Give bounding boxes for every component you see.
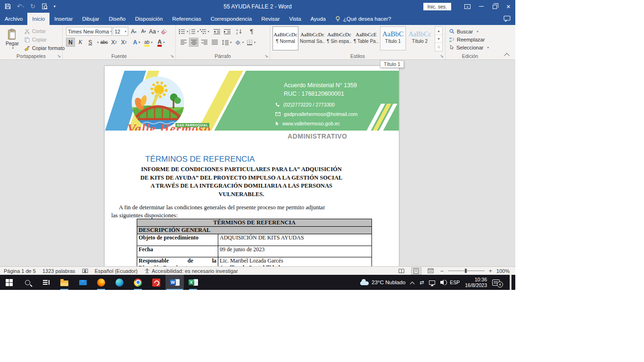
print-preview-icon[interactable] — [41, 3, 48, 9]
tab-dibujar[interactable]: Dibujar — [77, 13, 104, 25]
restore-icon[interactable] — [488, 0, 502, 13]
mail-button[interactable] — [74, 275, 92, 290]
tab-revisar[interactable]: Revisar — [256, 13, 284, 25]
shading-button[interactable]: ▾ — [234, 38, 244, 47]
network-icon[interactable] — [429, 280, 435, 285]
table-cell-value[interactable]: Lic. Maribel Lozada Garcés Auxiliar de C… — [218, 257, 372, 267]
proofing-status[interactable] — [82, 268, 88, 274]
paste-button[interactable]: Pegar ▾ — [2, 26, 23, 52]
shrink-font-button[interactable]: A▾ — [139, 27, 148, 36]
paragraph-dialog-launcher-icon[interactable]: ⇘ — [264, 54, 268, 58]
underline-button[interactable]: S — [86, 38, 95, 47]
cut-button[interactable]: Cortar — [25, 27, 65, 35]
clear-formatting-button[interactable] — [160, 27, 169, 36]
chrome-button[interactable] — [129, 275, 147, 290]
start-button[interactable] — [0, 275, 18, 290]
word-button[interactable]: W — [165, 275, 184, 290]
table-cell-label[interactable]: Fecha — [137, 246, 218, 257]
tab-inicio[interactable]: Inicio — [27, 13, 50, 25]
print-layout-icon[interactable] — [411, 267, 421, 275]
feedback-icon[interactable] — [504, 16, 511, 22]
tab-correspondencia[interactable]: Correspondencia — [206, 13, 257, 25]
tab-disposicion[interactable]: Disposición — [130, 13, 167, 25]
sort-button[interactable]: AZ — [235, 27, 244, 36]
font-size-combobox[interactable]: 12▾ — [113, 27, 128, 36]
tab-archivo[interactable]: Archivo — [0, 13, 27, 25]
multilevel-list-button[interactable]: ▾ — [200, 27, 209, 36]
show-marks-button[interactable]: ¶ — [247, 27, 256, 36]
select-button[interactable]: Seleccionar▾ — [449, 43, 495, 51]
italic-button[interactable]: K — [76, 38, 85, 47]
word-count[interactable]: 1323 palabras — [42, 268, 75, 274]
table-section[interactable]: DESCRIPCIÓN GENERAL — [137, 227, 372, 234]
align-right-button[interactable] — [199, 38, 209, 47]
format-painter-button[interactable]: Copiar formato — [25, 44, 65, 52]
styles-dialog-launcher-icon[interactable]: ⇘ — [440, 54, 444, 58]
font-color-button[interactable]: A▾ — [157, 38, 165, 47]
borders-button[interactable]: ▾ — [246, 38, 256, 47]
edge-button[interactable] — [110, 275, 129, 290]
tab-vista[interactable]: Vista — [284, 13, 305, 25]
speaker-icon[interactable] — [440, 281, 443, 284]
styles-scroll-down-icon[interactable]: ▼ — [435, 35, 442, 43]
numbering-button[interactable]: 123▾ — [189, 27, 198, 36]
signin-button[interactable]: Inic. ses. — [423, 3, 451, 10]
styles-more-icon[interactable]: ⍗ — [435, 43, 442, 51]
clipboard-dialog-launcher-icon[interactable]: ⇘ — [57, 54, 61, 58]
subscript-button[interactable]: X2 — [109, 38, 118, 47]
undo-icon[interactable]: ↶▾ — [17, 3, 24, 10]
redo-icon[interactable]: ↻ — [30, 3, 35, 10]
zoom-slider-thumb[interactable] — [465, 269, 467, 273]
copy-button[interactable]: Copiar — [25, 35, 65, 44]
read-mode-icon[interactable] — [396, 267, 407, 275]
task-view-button[interactable] — [37, 275, 55, 290]
collapse-ribbon-icon[interactable] — [505, 52, 509, 57]
font-name-combobox[interactable]: Times New Roma▾ — [66, 27, 112, 36]
tab-diseno[interactable]: Diseño — [104, 13, 131, 25]
input-language[interactable]: ESP — [450, 280, 460, 285]
sync-tray-icon[interactable]: ⇄ — [420, 280, 424, 286]
align-center-button[interactable] — [189, 38, 198, 47]
superscript-button[interactable]: X2 — [119, 38, 128, 47]
table-cell-value[interactable]: ADQUISICIÓN DE KITS AYUDAS — [218, 234, 372, 246]
style-titulo-1[interactable]: AaBbC Título 1 — [380, 26, 406, 50]
ribbon-display-options-icon[interactable]: ▴ — [461, 0, 474, 13]
style-titulo-2[interactable]: AaBbCc Título 2 — [407, 26, 433, 50]
firefox-button[interactable] — [92, 275, 110, 290]
language-status[interactable]: Español (Ecuador) — [95, 268, 138, 274]
table-cell-value[interactable]: 09 de junio de 2023 — [218, 246, 372, 257]
increase-indent-button[interactable] — [223, 27, 232, 36]
document-page[interactable]: Valle Hermoso GAD PARROQUIAL Acuerdo Min… — [105, 66, 399, 266]
zoom-slider[interactable] — [448, 271, 485, 271]
qat-customize-icon[interactable]: ▾ — [54, 4, 56, 8]
excel-button[interactable]: X — [184, 275, 202, 290]
table-header[interactable]: TÉRMINOS DE REFERENCIA — [137, 219, 372, 227]
weather-widget[interactable]: 23°C Nublado — [360, 280, 405, 285]
accessibility-status[interactable]: Accesibilidad: es necesario investigar — [144, 268, 238, 274]
align-left-button[interactable] — [179, 38, 188, 47]
style-normal-sa[interactable]: AaBbCcDc Normal Sa... — [299, 26, 325, 50]
page-indicator[interactable]: Página 1 de 5 — [4, 268, 36, 274]
close-icon[interactable]: × — [502, 0, 515, 13]
hidden-icons-chevron[interactable] — [411, 281, 414, 285]
show-desktop-button[interactable] — [510, 275, 512, 290]
strikethrough-button[interactable]: abc — [99, 38, 108, 47]
style-normal[interactable]: AaBbCcDc ¶ Normal — [272, 26, 298, 50]
tab-referencias[interactable]: Referencias — [167, 13, 206, 25]
tell-me-box[interactable]: ¿Qué desea hacer? — [335, 13, 391, 25]
replace-button[interactable]: abac Reemplazar — [449, 35, 495, 43]
bold-button[interactable]: N — [66, 38, 75, 47]
zoom-in-icon[interactable]: + — [489, 268, 492, 274]
taskbar-search-button[interactable] — [18, 275, 37, 290]
highlight-button[interactable]: ab▾ — [144, 38, 153, 47]
minimize-icon[interactable] — [474, 0, 488, 13]
style-sin-espaciado[interactable]: AaBbCcDc ¶ Sin espa... — [326, 26, 352, 50]
text-effects-button[interactable]: A▾ — [132, 38, 141, 47]
clock[interactable]: 10:36 16/8/2023 — [465, 277, 487, 288]
grow-font-button[interactable]: A▴ — [129, 27, 138, 36]
bullets-button[interactable]: ▾ — [179, 27, 188, 36]
tab-insertar[interactable]: Insertar — [50, 13, 77, 25]
line-spacing-button[interactable]: ▾ — [222, 38, 231, 47]
zoom-level[interactable]: 100% — [496, 268, 510, 274]
change-case-button[interactable]: Aa▾ — [149, 27, 159, 36]
